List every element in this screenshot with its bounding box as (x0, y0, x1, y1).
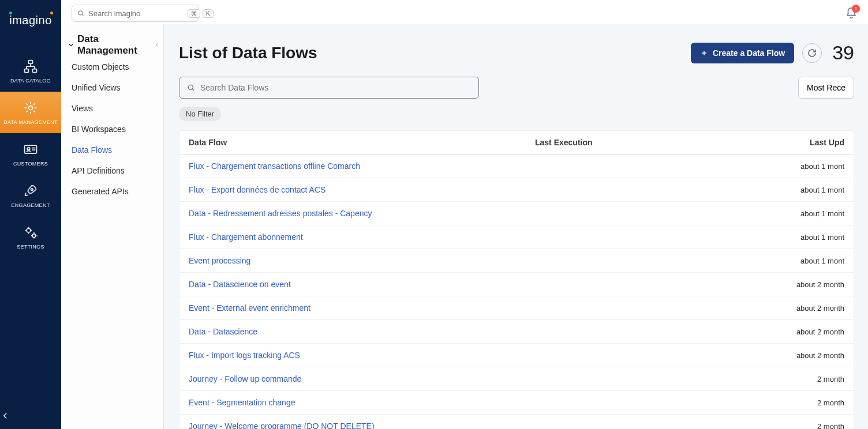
svg-rect-2 (33, 69, 37, 73)
table-row[interactable]: Journey - Follow up commande2 month (179, 367, 854, 391)
refresh-icon (807, 48, 817, 58)
rail-item-data-catalog[interactable]: DATA CATALOG (0, 50, 61, 92)
subnav-item-custom-objects[interactable]: Custom Objects (61, 57, 163, 77)
create-data-flow-button[interactable]: Create a Data Flow (691, 43, 794, 63)
rail-label: DATA MANAGEMENT (3, 119, 58, 125)
table-row[interactable]: Event - Segmentation change2 month (179, 391, 854, 415)
search-icon (186, 83, 196, 92)
flow-name-link[interactable]: Flux - Export données de contact ACS (189, 185, 535, 194)
subnav-item-views[interactable]: Views (61, 98, 163, 119)
flow-name-link[interactable]: Data - Datascience (189, 327, 535, 336)
table-row[interactable]: Flux - Chargement abonnementabout 1 mont (179, 225, 854, 249)
svg-point-10 (78, 11, 83, 15)
flow-last-updated: about 2 month (717, 304, 844, 313)
table-row[interactable]: Flux - Chargement transactions offline C… (179, 155, 854, 178)
subnav-collapse-toggle[interactable] (154, 42, 160, 48)
page-title: List of Data Flows (179, 44, 317, 62)
flow-last-updated: about 2 month (717, 280, 844, 289)
gears-icon (23, 224, 39, 240)
primary-nav-rail: imagino DATA CATALOG DATA MANAGEMENT CUS… (0, 0, 61, 429)
global-search-input[interactable] (88, 9, 185, 18)
table-row[interactable]: Data - Datascienceabout 2 month (179, 320, 854, 344)
flow-name-link[interactable]: Event processing (189, 256, 535, 265)
shortcut-key: ⌘ (188, 9, 200, 18)
svg-point-6 (31, 189, 33, 191)
refresh-button[interactable] (802, 43, 822, 63)
subnav-item-unified-views[interactable]: Unified Views (61, 77, 163, 98)
flow-last-updated: 2 month (717, 375, 844, 383)
table-row[interactable]: Journey - Welcome programme (DO NOT DELE… (179, 415, 854, 429)
flow-name-link[interactable]: Event - External event enrichment (189, 303, 535, 313)
subnav-item-generated-apis[interactable]: Generated APIs (61, 181, 163, 202)
table-row[interactable]: Flux - Import logs tracking ACSabout 2 m… (179, 344, 854, 367)
flow-count: 39 (832, 42, 854, 64)
data-flows-table: Data Flow Last Execution Last Upd Flux -… (179, 130, 854, 429)
subnav-title: Data Management (77, 33, 154, 57)
table-row[interactable]: Event processingabout 1 mont (179, 249, 854, 273)
gear-flow-icon (23, 100, 39, 116)
table-row[interactable]: Data - Redressement adresses postales - … (179, 202, 854, 225)
chevron-down-icon (67, 41, 75, 49)
flow-name-link[interactable]: Flux - Import logs tracking ACS (189, 351, 535, 360)
flow-last-updated: about 1 mont (717, 257, 844, 265)
flow-name-link[interactable]: Flux - Chargement abonnement (189, 232, 535, 242)
subnav-item-bi-workspaces[interactable]: BI Workspaces (61, 119, 163, 140)
notifications-button[interactable]: 1 (845, 7, 858, 20)
svg-point-3 (29, 106, 33, 110)
flow-name-link[interactable]: Journey - Follow up commande (189, 374, 535, 383)
svg-point-8 (32, 234, 36, 238)
svg-point-9 (188, 85, 193, 89)
flow-name-link[interactable]: Flux - Chargement transactions offline C… (189, 161, 535, 171)
svg-rect-0 (29, 61, 33, 64)
col-header-last-updated: Last Upd (717, 138, 844, 147)
rail-item-customers[interactable]: CUSTOMERS (0, 133, 61, 175)
top-bar: ⌘ K 1 (61, 0, 868, 24)
sort-label: Most Rece (807, 83, 845, 92)
col-header-name: Data Flow (189, 138, 535, 147)
flow-last-updated: 2 month (717, 422, 844, 430)
global-search-box[interactable]: ⌘ K (72, 5, 199, 22)
rail-item-data-management[interactable]: DATA MANAGEMENT (0, 92, 61, 133)
rail-label: ENGAGEMENT (11, 202, 50, 208)
table-header: Data Flow Last Execution Last Upd (179, 131, 854, 155)
flow-last-updated: 2 month (717, 398, 844, 407)
flow-name-link[interactable]: Event - Segmentation change (189, 398, 535, 407)
rail-item-settings[interactable]: SETTINGS (0, 216, 61, 258)
svg-point-5 (27, 148, 30, 150)
svg-rect-4 (25, 145, 37, 153)
sort-dropdown[interactable]: Most Rece (798, 77, 854, 99)
filter-chip-no-filter[interactable]: No Filter (179, 107, 221, 121)
table-row[interactable]: Event - External event enrichmentabout 2… (179, 296, 854, 320)
secondary-nav: Data Management Custom Objects Unified V… (61, 0, 164, 429)
subnav-item-data-flows[interactable]: Data Flows (61, 140, 163, 160)
flow-last-updated: about 1 mont (717, 233, 844, 242)
flow-name-link[interactable]: Journey - Welcome programme (DO NOT DELE… (189, 422, 535, 429)
flow-last-updated: about 1 mont (717, 162, 844, 171)
brand-text: imagino (9, 14, 52, 27)
subnav-header[interactable]: Data Management (67, 33, 160, 57)
flow-name-link[interactable]: Data - Datascience on event (189, 280, 535, 289)
main-content: List of Data Flows Create a Data Flow 39… (164, 0, 868, 429)
table-row[interactable]: Data - Datascience on eventabout 2 month (179, 273, 854, 296)
rail-collapse-toggle[interactable] (0, 411, 61, 421)
subnav-item-api-definitions[interactable]: API Definitions (61, 160, 163, 181)
table-row[interactable]: Flux - Export données de contact ACSabou… (179, 178, 854, 202)
flow-last-updated: about 1 mont (717, 186, 844, 194)
svg-rect-1 (25, 69, 29, 73)
flow-last-updated: about 1 mont (717, 209, 844, 218)
create-button-label: Create a Data Flow (713, 48, 785, 58)
rail-item-engagement[interactable]: ENGAGEMENT (0, 175, 61, 216)
flow-search-input[interactable] (200, 83, 472, 92)
flow-name-link[interactable]: Data - Redressement adresses postales - … (189, 209, 535, 218)
brand-logo: imagino (9, 14, 52, 27)
rail-label: DATA CATALOG (10, 78, 51, 84)
search-icon (77, 9, 85, 17)
plus-icon (700, 49, 708, 57)
shortcut-key: K (203, 9, 214, 18)
flow-last-updated: about 2 month (717, 351, 844, 360)
flow-search-box[interactable] (179, 77, 479, 99)
rail-label: CUSTOMERS (13, 161, 48, 167)
svg-point-7 (27, 228, 31, 232)
rocket-icon (23, 183, 39, 199)
flow-last-updated: about 2 month (717, 328, 844, 336)
